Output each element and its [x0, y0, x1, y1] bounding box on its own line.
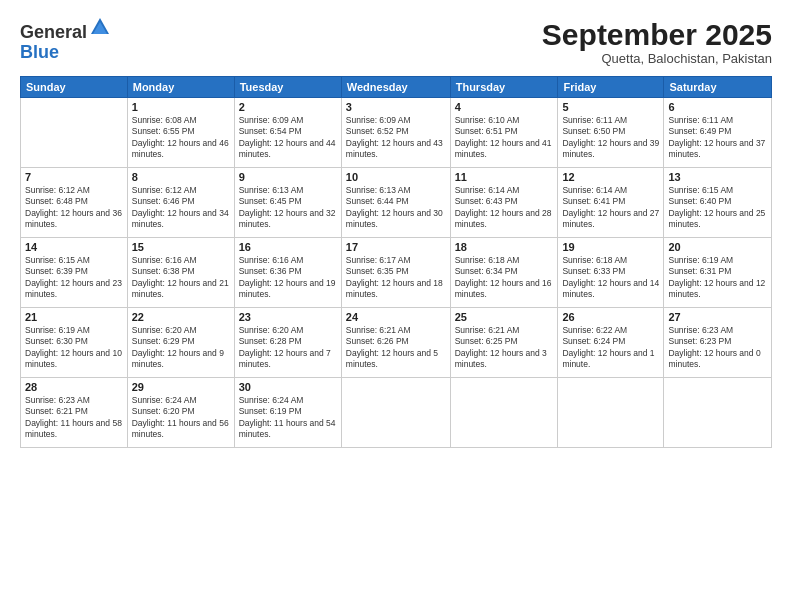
- weekday-header: Wednesday: [341, 77, 450, 98]
- day-detail: Sunrise: 6:21 AMSunset: 6:25 PMDaylight:…: [455, 325, 554, 371]
- day-number: 9: [239, 171, 337, 183]
- day-number: 29: [132, 381, 230, 393]
- week-row: 1Sunrise: 6:08 AMSunset: 6:55 PMDaylight…: [21, 98, 772, 168]
- logo-blue: Blue: [20, 42, 59, 62]
- day-number: 6: [668, 101, 767, 113]
- calendar-cell: 9Sunrise: 6:13 AMSunset: 6:45 PMDaylight…: [234, 168, 341, 238]
- week-row: 21Sunrise: 6:19 AMSunset: 6:30 PMDayligh…: [21, 308, 772, 378]
- day-number: 12: [562, 171, 659, 183]
- calendar-cell: [450, 378, 558, 448]
- day-detail: Sunrise: 6:13 AMSunset: 6:44 PMDaylight:…: [346, 185, 446, 231]
- location-subtitle: Quetta, Balochistan, Pakistan: [542, 51, 772, 66]
- page: General Blue September 2025 Quetta, Balo…: [0, 0, 792, 612]
- calendar-cell: 20Sunrise: 6:19 AMSunset: 6:31 PMDayligh…: [664, 238, 772, 308]
- day-number: 10: [346, 171, 446, 183]
- day-number: 14: [25, 241, 123, 253]
- weekday-header: Tuesday: [234, 77, 341, 98]
- calendar-cell: 12Sunrise: 6:14 AMSunset: 6:41 PMDayligh…: [558, 168, 664, 238]
- calendar-cell: 10Sunrise: 6:13 AMSunset: 6:44 PMDayligh…: [341, 168, 450, 238]
- calendar-cell: 19Sunrise: 6:18 AMSunset: 6:33 PMDayligh…: [558, 238, 664, 308]
- day-detail: Sunrise: 6:16 AMSunset: 6:36 PMDaylight:…: [239, 255, 337, 301]
- calendar-cell: 23Sunrise: 6:20 AMSunset: 6:28 PMDayligh…: [234, 308, 341, 378]
- day-number: 22: [132, 311, 230, 323]
- day-detail: Sunrise: 6:14 AMSunset: 6:41 PMDaylight:…: [562, 185, 659, 231]
- day-detail: Sunrise: 6:11 AMSunset: 6:49 PMDaylight:…: [668, 115, 767, 161]
- day-number: 15: [132, 241, 230, 253]
- day-detail: Sunrise: 6:09 AMSunset: 6:52 PMDaylight:…: [346, 115, 446, 161]
- header: General Blue September 2025 Quetta, Balo…: [20, 18, 772, 66]
- day-number: 1: [132, 101, 230, 113]
- calendar-cell: [664, 378, 772, 448]
- day-number: 8: [132, 171, 230, 183]
- weekday-header: Sunday: [21, 77, 128, 98]
- calendar-cell: 1Sunrise: 6:08 AMSunset: 6:55 PMDaylight…: [127, 98, 234, 168]
- calendar-cell: 29Sunrise: 6:24 AMSunset: 6:20 PMDayligh…: [127, 378, 234, 448]
- calendar-cell: 30Sunrise: 6:24 AMSunset: 6:19 PMDayligh…: [234, 378, 341, 448]
- weekday-header: Monday: [127, 77, 234, 98]
- day-number: 7: [25, 171, 123, 183]
- calendar-cell: [558, 378, 664, 448]
- day-number: 30: [239, 381, 337, 393]
- day-number: 13: [668, 171, 767, 183]
- day-detail: Sunrise: 6:20 AMSunset: 6:28 PMDaylight:…: [239, 325, 337, 371]
- calendar-cell: 21Sunrise: 6:19 AMSunset: 6:30 PMDayligh…: [21, 308, 128, 378]
- day-number: 16: [239, 241, 337, 253]
- day-number: 2: [239, 101, 337, 113]
- day-number: 4: [455, 101, 554, 113]
- day-detail: Sunrise: 6:09 AMSunset: 6:54 PMDaylight:…: [239, 115, 337, 161]
- day-number: 17: [346, 241, 446, 253]
- calendar-cell: 3Sunrise: 6:09 AMSunset: 6:52 PMDaylight…: [341, 98, 450, 168]
- day-number: 21: [25, 311, 123, 323]
- logo-icon: [89, 16, 111, 38]
- title-block: September 2025 Quetta, Balochistan, Paki…: [542, 18, 772, 66]
- calendar-cell: 25Sunrise: 6:21 AMSunset: 6:25 PMDayligh…: [450, 308, 558, 378]
- week-row: 14Sunrise: 6:15 AMSunset: 6:39 PMDayligh…: [21, 238, 772, 308]
- logo: General Blue: [20, 18, 111, 63]
- calendar-cell: 27Sunrise: 6:23 AMSunset: 6:23 PMDayligh…: [664, 308, 772, 378]
- day-detail: Sunrise: 6:19 AMSunset: 6:31 PMDaylight:…: [668, 255, 767, 301]
- day-detail: Sunrise: 6:14 AMSunset: 6:43 PMDaylight:…: [455, 185, 554, 231]
- day-number: 25: [455, 311, 554, 323]
- calendar-cell: 8Sunrise: 6:12 AMSunset: 6:46 PMDaylight…: [127, 168, 234, 238]
- day-detail: Sunrise: 6:08 AMSunset: 6:55 PMDaylight:…: [132, 115, 230, 161]
- day-number: 18: [455, 241, 554, 253]
- day-detail: Sunrise: 6:23 AMSunset: 6:21 PMDaylight:…: [25, 395, 123, 441]
- day-detail: Sunrise: 6:18 AMSunset: 6:33 PMDaylight:…: [562, 255, 659, 301]
- weekday-header: Saturday: [664, 77, 772, 98]
- calendar-cell: [341, 378, 450, 448]
- weekday-header: Thursday: [450, 77, 558, 98]
- calendar-cell: 13Sunrise: 6:15 AMSunset: 6:40 PMDayligh…: [664, 168, 772, 238]
- day-number: 27: [668, 311, 767, 323]
- calendar-cell: 15Sunrise: 6:16 AMSunset: 6:38 PMDayligh…: [127, 238, 234, 308]
- calendar-cell: 2Sunrise: 6:09 AMSunset: 6:54 PMDaylight…: [234, 98, 341, 168]
- calendar-cell: 7Sunrise: 6:12 AMSunset: 6:48 PMDaylight…: [21, 168, 128, 238]
- calendar-cell: 26Sunrise: 6:22 AMSunset: 6:24 PMDayligh…: [558, 308, 664, 378]
- calendar-cell: 16Sunrise: 6:16 AMSunset: 6:36 PMDayligh…: [234, 238, 341, 308]
- day-detail: Sunrise: 6:13 AMSunset: 6:45 PMDaylight:…: [239, 185, 337, 231]
- logo-text: General Blue: [20, 18, 111, 63]
- week-row: 7Sunrise: 6:12 AMSunset: 6:48 PMDaylight…: [21, 168, 772, 238]
- day-detail: Sunrise: 6:12 AMSunset: 6:46 PMDaylight:…: [132, 185, 230, 231]
- day-number: 23: [239, 311, 337, 323]
- calendar-cell: 18Sunrise: 6:18 AMSunset: 6:34 PMDayligh…: [450, 238, 558, 308]
- calendar-cell: 24Sunrise: 6:21 AMSunset: 6:26 PMDayligh…: [341, 308, 450, 378]
- day-number: 28: [25, 381, 123, 393]
- logo-general: General: [20, 22, 87, 42]
- day-number: 3: [346, 101, 446, 113]
- day-number: 5: [562, 101, 659, 113]
- day-detail: Sunrise: 6:23 AMSunset: 6:23 PMDaylight:…: [668, 325, 767, 371]
- day-detail: Sunrise: 6:12 AMSunset: 6:48 PMDaylight:…: [25, 185, 123, 231]
- day-number: 26: [562, 311, 659, 323]
- day-detail: Sunrise: 6:15 AMSunset: 6:40 PMDaylight:…: [668, 185, 767, 231]
- day-detail: Sunrise: 6:20 AMSunset: 6:29 PMDaylight:…: [132, 325, 230, 371]
- calendar-cell: [21, 98, 128, 168]
- day-number: 20: [668, 241, 767, 253]
- day-detail: Sunrise: 6:16 AMSunset: 6:38 PMDaylight:…: [132, 255, 230, 301]
- day-detail: Sunrise: 6:24 AMSunset: 6:19 PMDaylight:…: [239, 395, 337, 441]
- calendar-cell: 17Sunrise: 6:17 AMSunset: 6:35 PMDayligh…: [341, 238, 450, 308]
- calendar-cell: 28Sunrise: 6:23 AMSunset: 6:21 PMDayligh…: [21, 378, 128, 448]
- calendar-cell: 5Sunrise: 6:11 AMSunset: 6:50 PMDaylight…: [558, 98, 664, 168]
- day-detail: Sunrise: 6:15 AMSunset: 6:39 PMDaylight:…: [25, 255, 123, 301]
- calendar-table: SundayMondayTuesdayWednesdayThursdayFrid…: [20, 76, 772, 448]
- day-detail: Sunrise: 6:11 AMSunset: 6:50 PMDaylight:…: [562, 115, 659, 161]
